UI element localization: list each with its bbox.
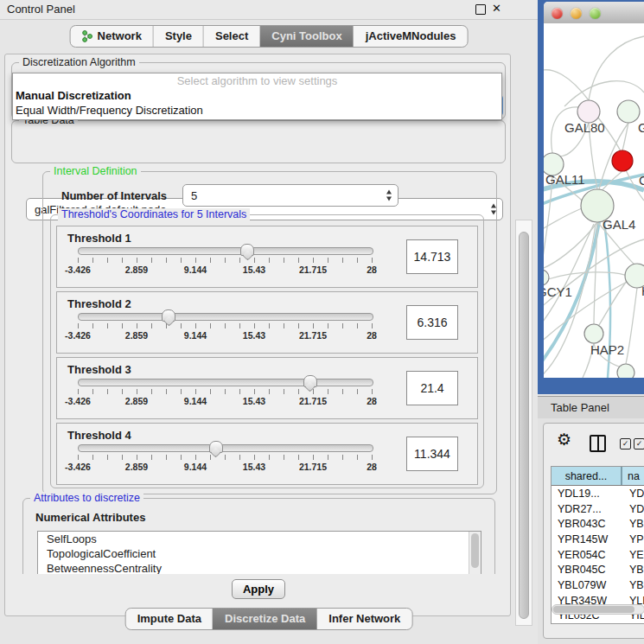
list-item[interactable]: TopologicalCoefficient [38,546,481,561]
tab-impute-data[interactable]: Impute Data [126,609,213,629]
slider-tick-labels: -3.4262.8599.14415.4321.71528 [78,462,372,474]
table-cell[interactable]: YDR27... [552,503,622,515]
table-cell[interactable]: YER0 [622,549,644,561]
network-edge[interactable] [544,207,587,231]
threshold-slider[interactable]: -3.4262.8599.14415.4321.71528 [78,247,372,282]
table-cell[interactable]: YPR145W [552,533,622,545]
node-label: GA [638,120,644,135]
threshold-panel: Threshold 1 -3.4262.8599.14415.4321.7152… [56,226,478,288]
threshold-slider[interactable]: -3.4262.8599.14415.4321.71528 [78,313,372,348]
close-traffic-light-icon[interactable] [552,8,563,19]
slider-track[interactable] [78,379,373,386]
float-window-icon[interactable] [475,4,486,15]
table-cell[interactable]: YDL1 [622,488,644,500]
slider-thumb-icon[interactable] [240,244,254,256]
thresholds-group: Threshold's Coordinates for 5 Intervals … [50,214,484,488]
minimize-traffic-light-icon[interactable] [571,8,582,19]
slider-thumb-icon[interactable] [303,375,317,387]
threshold-value-input[interactable]: 6.316 [406,305,458,340]
table-cell[interactable]: YBR0 [622,564,644,576]
slider-thumb-icon[interactable] [162,309,175,322]
table-cell[interactable]: YBR045C [552,564,622,576]
network-edge[interactable] [544,224,596,378]
table-cell[interactable]: YER054C [552,549,622,561]
network-node[interactable] [584,324,603,343]
network-node[interactable] [617,100,640,123]
network-edge[interactable] [589,36,644,100]
tab-select[interactable]: Select [203,26,259,47]
close-icon[interactable]: ✕ [492,2,501,15]
tab-network[interactable]: Network [71,26,153,47]
list-scrollbar[interactable] [469,532,481,574]
gear-icon[interactable]: ⚙ [557,431,571,448]
numerical-attributes-list[interactable]: SelfLoopsTopologicalCoefficientBetweenne… [37,531,481,574]
slider-track[interactable] [78,247,373,255]
table-row[interactable]: YBR043CYBR0 [552,516,644,532]
slider-ticks [78,455,373,460]
zoom-traffic-light-icon[interactable] [590,8,601,19]
network-edge[interactable] [597,281,627,328]
dropdown-option[interactable]: Equal Width/Frequency Discretization [13,103,501,118]
checkbox-icon[interactable]: ✓ [620,438,631,450]
tab-style[interactable]: Style [153,26,203,47]
table-row[interactable]: YBR045CYBR0 [552,562,644,577]
tick-label: 15.43 [243,330,265,341]
columns-icon[interactable] [590,435,606,452]
group-legend: Attributes to discretize [30,492,143,504]
table-row[interactable]: YER054CYER0 [552,547,644,563]
threshold-value-input[interactable]: 14.713 [406,239,458,274]
network-edge[interactable] [626,288,637,364]
table-row[interactable]: YDL19...YDL1 [552,486,644,501]
checkbox-icon[interactable]: ✓ [634,438,644,450]
table-cell[interactable]: YBL079W [552,579,622,591]
column-header[interactable]: na [622,467,644,485]
table-cell[interactable]: YBR043C [552,518,622,530]
threshold-slider[interactable]: -3.4262.8599.14415.4321.71528 [78,444,372,479]
table-cell[interactable]: YDR2 [622,503,644,515]
scrollbar-thumb[interactable] [471,533,479,568]
cyni-toolbox-panel: Discretization Algorithm Select algorith… [4,54,511,616]
list-item[interactable]: SelfLoops [38,532,481,546]
column-header[interactable]: shared... [552,467,622,485]
table-row[interactable]: YPR145WYPR1 [552,532,644,547]
threshold-value-input[interactable]: 11.344 [406,437,458,471]
slider-thumb-icon[interactable] [209,441,223,453]
num-intervals-select[interactable]: 5 [182,184,399,207]
apply-button[interactable]: Apply [232,579,285,599]
tick-label: -3.426 [65,462,91,472]
scrollbar-thumb[interactable] [553,606,634,613]
group-legend: Interval Definition [50,165,141,177]
network-node[interactable] [617,364,634,378]
table-row[interactable]: YDR27...YDR2 [552,501,644,517]
panel-scrollbar[interactable] [515,220,532,626]
threshold-slider[interactable]: -3.4262.8599.14415.4321.71528 [78,379,372,413]
table-row[interactable]: YBL079WYBL0 [552,577,644,593]
network-canvas[interactable]: GAL80GAGGAL11GAL4GCY1HHAP2 [544,23,644,378]
list-item[interactable]: BetweennessCentrality [38,561,481,574]
dropdown-option[interactable]: Manual Discretization [13,88,501,103]
tab-jactivemnodules[interactable]: jActiveMNodules [354,26,468,47]
node-attribute-table[interactable]: shared... na YDL19...YDL1YDR27...YDR2YBR… [551,466,644,624]
network-node[interactable] [544,270,549,285]
table-cell[interactable]: YBR0 [622,518,644,530]
node-label: G [639,173,644,188]
network-edge[interactable] [544,70,589,100]
scrollbar-thumb[interactable] [519,232,529,619]
network-node[interactable] [612,150,633,171]
slider-track[interactable] [78,313,373,321]
spinner-arrows-icon[interactable] [386,190,392,201]
threshold-value-input[interactable]: 21.4 [406,371,458,405]
table-cell[interactable]: YDL19... [552,488,622,500]
tick-label: -3.426 [65,396,91,406]
table-horizontal-scrollbar[interactable] [552,604,644,615]
slider-track[interactable] [78,444,373,452]
network-icon [82,30,93,42]
table-cell[interactable]: YPR1 [622,533,644,545]
tab-label: Infer Network [328,612,400,625]
tick-label: 28 [367,330,377,341]
tab-cyni-toolbox[interactable]: Cyni Toolbox [259,26,353,47]
table-panel-titlebar: Table Panel [538,396,644,419]
table-cell[interactable]: YBL0 [622,579,644,591]
tab-infer-network[interactable]: Infer Network [316,609,411,629]
tab-discretize-data[interactable]: Discretize Data [213,609,316,629]
